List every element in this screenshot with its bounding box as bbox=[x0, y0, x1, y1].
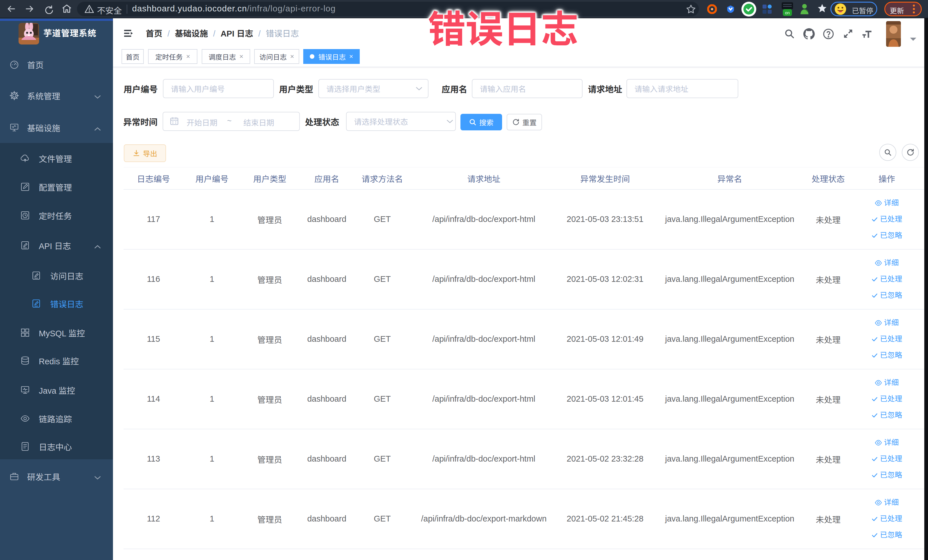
svg-text:on: on bbox=[785, 10, 790, 15]
